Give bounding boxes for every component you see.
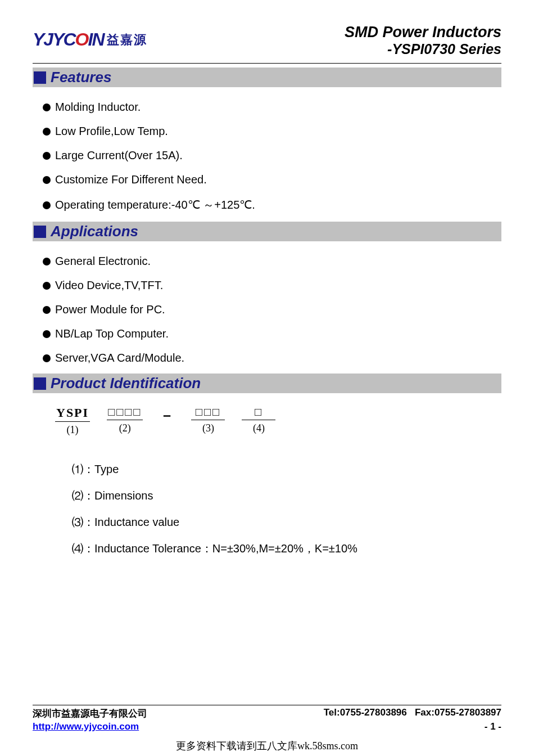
product-id-block: YSPI (1) □□□□ (2) － □□□ (3) □ (4) ⑴：Type… — [33, 395, 501, 556]
bullet-icon — [43, 306, 51, 314]
header-divider — [33, 63, 501, 64]
pid-def-row: ⑴：Type — [72, 462, 501, 477]
footer-divider — [33, 705, 501, 705]
applications-list: General Electronic. Video Device,TV,TFT.… — [33, 244, 501, 371]
pid-segment: □□□□ (2) — [107, 406, 143, 434]
list-item: Server,VGA Card/Module. — [43, 346, 501, 370]
pid-segment-label: (2) — [119, 422, 131, 434]
square-bullet-icon — [34, 71, 46, 84]
pid-segment-label: (1) — [67, 424, 79, 436]
list-item: Large Current(Over 15A). — [43, 143, 501, 168]
features-title: Features — [51, 69, 111, 86]
pid-segment-top: YSPI — [55, 406, 90, 422]
list-item: Operating temperature:-40℃ ～+125℃. — [43, 192, 501, 218]
bullet-icon — [43, 330, 51, 338]
square-bullet-icon — [34, 226, 46, 238]
pid-segment: YSPI (1) — [55, 406, 90, 436]
product-id-title: Product Identification — [51, 375, 201, 392]
footer-url[interactable]: http://www.yjycoin.com — [33, 721, 139, 732]
pid-segment-top: □□□□ — [107, 406, 143, 420]
doc-title: SMD Power Inductors -YSPI0730 Series — [345, 24, 501, 57]
pid-dash: － — [160, 406, 174, 425]
bullet-icon — [43, 176, 51, 184]
bullet-icon — [43, 201, 51, 209]
title-line-2: -YSPI0730 Series — [345, 41, 501, 57]
pid-segment-label: (4) — [253, 422, 265, 434]
part-number-format: YSPI (1) □□□□ (2) － □□□ (3) □ (4) — [55, 406, 501, 436]
pid-segment-top: □ — [242, 406, 275, 420]
list-item: General Electronic. — [43, 249, 501, 273]
features-list: Molding Inductor. Low Profile,Low Temp. … — [33, 89, 501, 219]
list-item: NB/Lap Top Computer. — [43, 322, 501, 346]
logo-chinese: 益嘉源 — [107, 32, 147, 48]
pid-def-row: ⑵：Dimensions — [72, 488, 501, 503]
bullet-icon — [43, 282, 51, 290]
logo-english: YJYCOIN — [33, 29, 103, 50]
title-line-1: SMD Power Inductors — [345, 24, 501, 41]
bullet-icon — [43, 354, 51, 362]
applications-title: Applications — [51, 223, 138, 240]
footer-company: 深圳市益嘉源电子有限公司 — [33, 707, 147, 720]
page-number: - 1 - — [485, 721, 501, 732]
list-item: Customize For Different Need. — [43, 168, 501, 192]
footer-contact: Tel:0755-27803896 Fax:0755-27803897 — [324, 707, 501, 720]
pid-segment: □ (4) — [242, 406, 275, 434]
pid-segment-top: □□□ — [191, 406, 225, 420]
list-item: Power Module for PC. — [43, 298, 501, 322]
bullet-icon — [43, 258, 51, 266]
pid-def-row: ⑶：Inductance value — [72, 515, 501, 530]
section-header-applications: Applications — [33, 222, 501, 241]
list-item: Molding Inductor. — [43, 95, 501, 119]
list-item: Video Device,TV,TFT. — [43, 273, 501, 298]
logo: YJYCOIN 益嘉源 — [33, 29, 147, 50]
bullet-icon — [43, 152, 51, 160]
pid-definitions: ⑴：Type ⑵：Dimensions ⑶：Inductance value ⑷… — [55, 448, 501, 556]
section-header-features: Features — [33, 68, 501, 87]
section-header-product-id: Product Identification — [33, 374, 501, 393]
bullet-icon — [43, 128, 51, 136]
footer: 深圳市益嘉源电子有限公司 Tel:0755-27803896 Fax:0755-… — [33, 705, 501, 732]
pid-segment: □□□ (3) — [191, 406, 225, 434]
list-item: Low Profile,Low Temp. — [43, 119, 501, 143]
watermark-text: 更多资料下载请到五八文库wk.58sms.com — [0, 739, 534, 753]
pid-segment-label: (3) — [202, 422, 214, 434]
square-bullet-icon — [34, 377, 46, 390]
pid-def-row: ⑷：Inductance Tolerance：N=±30%,M=±20%，K=±… — [72, 541, 501, 556]
header: YJYCOIN 益嘉源 SMD Power Inductors -YSPI073… — [33, 24, 501, 57]
bullet-icon — [43, 104, 51, 111]
